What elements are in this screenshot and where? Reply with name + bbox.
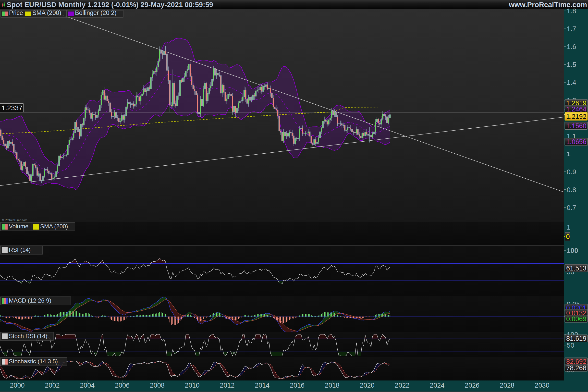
- svg-text:RSI (14): RSI (14): [9, 246, 30, 253]
- svg-text:2018: 2018: [325, 382, 340, 389]
- svg-text:2010: 2010: [185, 382, 200, 389]
- svg-text:© ProRealTime.com: © ProRealTime.com: [2, 218, 27, 222]
- svg-text:2006: 2006: [115, 382, 130, 389]
- svg-text:www.ProRealTime.com: www.ProRealTime.com: [508, 1, 587, 8]
- svg-text:100: 100: [567, 247, 578, 254]
- svg-text:Spot EUR/USD Monthly 1.2192 (-: Spot EUR/USD Monthly 1.2192 (-0.01%) 29-…: [6, 1, 213, 8]
- svg-text:Bollinger (20 2): Bollinger (20 2): [75, 9, 116, 16]
- svg-text:2020: 2020: [360, 382, 374, 389]
- svg-text:2024: 2024: [430, 382, 444, 389]
- svg-text:Stochastic (14 3 5): Stochastic (14 3 5): [9, 358, 58, 364]
- svg-text:2008: 2008: [150, 382, 165, 389]
- svg-text:2012: 2012: [220, 382, 234, 389]
- svg-text:1.4: 1.4: [567, 79, 576, 86]
- svg-text:50: 50: [567, 342, 574, 349]
- svg-text:81.619: 81.619: [566, 335, 586, 342]
- svg-text:2016: 2016: [290, 382, 304, 389]
- svg-text:2014: 2014: [255, 382, 270, 389]
- svg-text:1.1560: 1.1560: [566, 122, 586, 130]
- svg-text:1.0656: 1.0656: [566, 138, 586, 146]
- svg-text:78.268: 78.268: [566, 364, 586, 372]
- svg-text:1: 1: [567, 224, 570, 231]
- svg-text:1.2192: 1.2192: [566, 113, 586, 120]
- svg-text:2022: 2022: [395, 382, 410, 389]
- svg-text:Price: Price: [9, 9, 23, 16]
- svg-text:1.6: 1.6: [567, 43, 576, 50]
- svg-text:2030: 2030: [535, 382, 550, 389]
- svg-text:MACD (12 26 9): MACD (12 26 9): [9, 297, 51, 304]
- svg-text:0.9: 0.9: [567, 168, 576, 176]
- svg-text:2028: 2028: [500, 382, 514, 389]
- svg-text:0.8: 0.8: [567, 186, 576, 194]
- svg-text:1.2337: 1.2337: [2, 104, 22, 112]
- svg-text:SMA (200): SMA (200): [40, 223, 68, 230]
- svg-text:1: 1: [567, 150, 570, 158]
- svg-text:2004: 2004: [80, 382, 94, 389]
- svg-text:1.5: 1.5: [567, 61, 576, 68]
- svg-text:2002: 2002: [45, 382, 60, 389]
- svg-text:SMA (200): SMA (200): [32, 9, 61, 16]
- svg-text:1.7: 1.7: [567, 25, 576, 32]
- svg-text:0.7: 0.7: [567, 204, 576, 212]
- svg-text:0.0069: 0.0069: [566, 315, 586, 323]
- svg-text:Stoch RSI (14): Stoch RSI (14): [9, 333, 47, 339]
- svg-text:Volume: Volume: [9, 223, 28, 230]
- svg-text:1.2464: 1.2464: [566, 106, 586, 113]
- svg-text:2000: 2000: [10, 382, 24, 389]
- svg-text:0: 0: [566, 233, 570, 240]
- svg-text:2026: 2026: [465, 382, 480, 389]
- svg-text:61.513: 61.513: [566, 264, 586, 272]
